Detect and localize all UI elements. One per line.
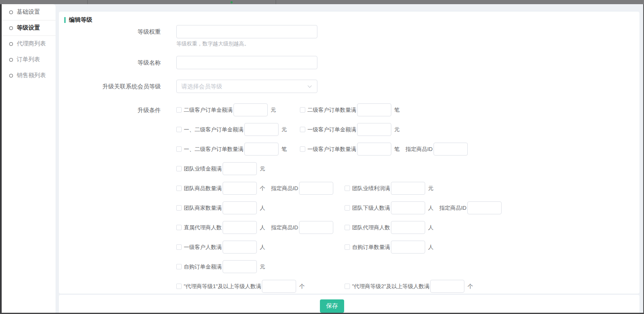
condition-unit: 个 bbox=[260, 185, 265, 192]
condition-label: "代理商等级1"及以上等级人数满 bbox=[184, 283, 261, 290]
conditions-label: 升级条件 bbox=[59, 103, 161, 293]
tab-status-dot-icon bbox=[231, 1, 233, 3]
condition-value-input[interactable] bbox=[357, 143, 391, 156]
footer-bar: 保存 bbox=[59, 295, 639, 313]
radio-circle-icon bbox=[9, 42, 13, 46]
condition-value-input[interactable] bbox=[391, 241, 425, 254]
chevron-down-icon bbox=[308, 84, 312, 88]
condition-unit: 笔 bbox=[281, 146, 287, 153]
condition-value-input[interactable] bbox=[244, 143, 279, 156]
condition-checkbox[interactable] bbox=[176, 107, 182, 113]
condition-value-input[interactable] bbox=[262, 280, 296, 293]
condition-value-input[interactable] bbox=[391, 182, 425, 195]
product-id-input[interactable] bbox=[299, 221, 333, 234]
condition-checkbox[interactable] bbox=[345, 284, 350, 289]
product-id-input[interactable] bbox=[467, 201, 502, 214]
condition-checkbox[interactable] bbox=[300, 127, 305, 132]
condition-checkbox[interactable] bbox=[176, 146, 182, 152]
condition-value-input[interactable] bbox=[223, 221, 257, 234]
condition-value-input[interactable] bbox=[391, 221, 425, 234]
condition-label: 自购订单数量满 bbox=[352, 244, 390, 251]
condition-checkbox[interactable] bbox=[176, 225, 182, 230]
product-id-input[interactable] bbox=[299, 182, 333, 195]
condition-checkbox[interactable] bbox=[176, 284, 182, 289]
condition-unit: 笔 bbox=[394, 106, 400, 114]
page-title: 编辑等级 bbox=[64, 16, 92, 24]
condition-checkbox[interactable] bbox=[176, 186, 182, 191]
condition-unit: 元 bbox=[260, 263, 265, 271]
condition-checkbox[interactable] bbox=[176, 127, 182, 132]
conditions-rows: 二级客户订单金额满元二级客户订单数量满笔一、二级客户订单金额满元一级客户订单金额… bbox=[176, 103, 502, 293]
condition-item: 团队业绩金额满元 bbox=[176, 162, 345, 175]
condition-checkbox[interactable] bbox=[300, 146, 305, 152]
condition-row: 团队业绩金额满元 bbox=[176, 162, 502, 175]
condition-label: 团队商家数量满 bbox=[184, 204, 222, 212]
condition-checkbox[interactable] bbox=[345, 225, 350, 230]
condition-value-input[interactable] bbox=[223, 162, 257, 175]
condition-checkbox[interactable] bbox=[176, 244, 182, 250]
condition-checkbox[interactable] bbox=[345, 244, 350, 250]
radio-circle-icon bbox=[9, 58, 13, 62]
condition-value-input[interactable] bbox=[223, 260, 257, 273]
condition-value-input[interactable] bbox=[357, 103, 391, 116]
weight-input[interactable] bbox=[176, 25, 317, 38]
condition-value-input[interactable] bbox=[223, 241, 257, 254]
condition-value-input[interactable] bbox=[391, 201, 425, 214]
condition-row: 直属代理商人数人指定商品ID团队代理商人数人 bbox=[176, 221, 502, 234]
condition-value-input[interactable] bbox=[223, 201, 257, 214]
condition-unit: 笔 bbox=[394, 146, 400, 153]
condition-label: 一、二级客户订单金额满 bbox=[184, 126, 243, 133]
condition-checkbox[interactable] bbox=[300, 107, 305, 113]
condition-item: 团队商品数量满个指定商品ID bbox=[176, 182, 345, 195]
condition-item: 直属代理商人数人指定商品ID bbox=[176, 221, 345, 234]
sidebar-item-level-settings[interactable]: 等级设置 bbox=[2, 20, 56, 36]
window-edge-left bbox=[0, 4, 2, 314]
condition-label: 团队业绩利润满 bbox=[352, 185, 390, 192]
condition-value-input[interactable] bbox=[233, 103, 268, 116]
condition-label: 二级客户订单金额满 bbox=[184, 106, 233, 114]
condition-label: 一、二级客户订单数量满 bbox=[184, 146, 243, 153]
sidebar-item-label: 代理商列表 bbox=[17, 40, 46, 48]
level-name-input[interactable] bbox=[176, 56, 317, 69]
condition-checkbox[interactable] bbox=[176, 166, 182, 171]
condition-item: 二级客户订单数量满笔 bbox=[300, 103, 400, 116]
condition-label: 一级客户人数满 bbox=[184, 244, 222, 251]
condition-checkbox[interactable] bbox=[176, 205, 182, 211]
condition-unit: 元 bbox=[260, 165, 265, 173]
condition-unit: 元 bbox=[281, 126, 287, 133]
condition-label: 团队业绩金额满 bbox=[184, 165, 222, 173]
condition-label: 一级客户订单数量满 bbox=[307, 146, 356, 153]
condition-checkbox[interactable] bbox=[345, 186, 350, 191]
product-id-label: 指定商品ID bbox=[271, 185, 298, 192]
condition-row: 自购订单金额满元 bbox=[176, 260, 502, 273]
sidebar-item-sales-list[interactable]: 销售额列表 bbox=[2, 68, 56, 83]
radio-circle-icon bbox=[9, 26, 13, 30]
member-level-select[interactable]: 请选择会员等级 bbox=[176, 80, 317, 93]
condition-value-input[interactable] bbox=[244, 123, 279, 136]
condition-value-input[interactable] bbox=[357, 123, 391, 136]
title-accent-bar bbox=[64, 17, 66, 23]
sidebar-item-label: 等级设置 bbox=[17, 24, 40, 32]
condition-item: 一级客户订单金额满元 bbox=[300, 123, 400, 136]
save-button[interactable]: 保存 bbox=[320, 299, 344, 313]
sidebar-item-order-list[interactable]: 订单列表 bbox=[2, 52, 56, 68]
condition-value-input[interactable] bbox=[430, 280, 464, 293]
condition-label: "代理商等级2"及以上等级人数满 bbox=[352, 283, 429, 290]
condition-value-input[interactable] bbox=[223, 182, 257, 195]
product-id-input[interactable] bbox=[434, 143, 468, 156]
condition-item: 一、二级客户订单数量满笔 bbox=[176, 143, 300, 156]
condition-item: 团队商家数量满人 bbox=[176, 201, 345, 214]
radio-circle-icon bbox=[9, 10, 13, 14]
condition-item: 自购订单数量满人 bbox=[345, 241, 434, 254]
sidebar-item-agent-list[interactable]: 代理商列表 bbox=[2, 36, 56, 52]
condition-unit: 人 bbox=[428, 204, 434, 212]
radio-circle-icon bbox=[9, 74, 13, 78]
condition-unit: 元 bbox=[428, 185, 434, 192]
tab-divider bbox=[276, 0, 276, 4]
condition-row: "代理商等级1"及以上等级人数满个"代理商等级2"及以上等级人数满个 bbox=[176, 280, 502, 293]
condition-unit: 人 bbox=[260, 224, 265, 231]
condition-checkbox[interactable] bbox=[176, 264, 182, 269]
condition-checkbox[interactable] bbox=[345, 205, 350, 211]
sidebar-item-basic-settings[interactable]: 基础设置 bbox=[2, 4, 56, 20]
condition-label: 团队商品数量满 bbox=[184, 185, 222, 192]
